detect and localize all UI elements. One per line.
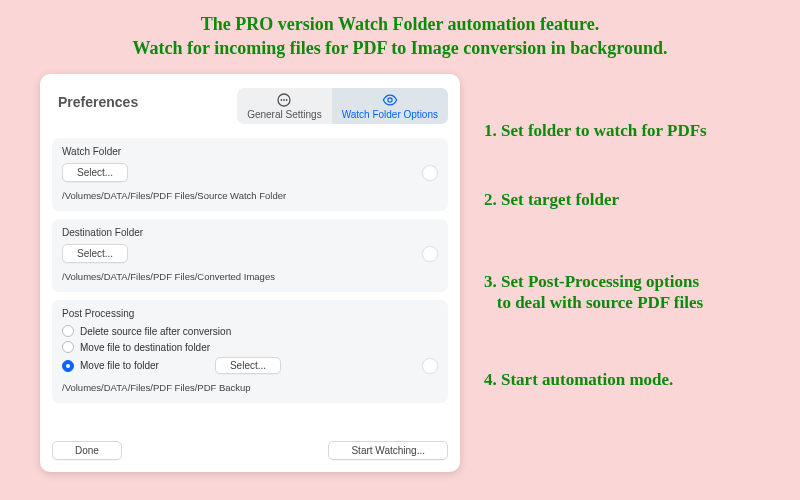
refresh-icon[interactable]: [422, 246, 438, 262]
window-header: Preferences General Settings Watch Folde…: [52, 84, 448, 130]
svg-point-1: [281, 99, 283, 101]
watch-folder-label: Watch Folder: [62, 146, 438, 157]
tab-watch-folder-options[interactable]: Watch Folder Options: [332, 88, 448, 124]
marketing-headline: The PRO version Watch Folder automation …: [0, 0, 800, 61]
headline-line2: Watch for incoming files for PDF to Imag…: [0, 36, 800, 60]
svg-point-4: [388, 98, 392, 102]
radio-icon: [62, 341, 74, 353]
watch-folder-select-button[interactable]: Select...: [62, 163, 128, 182]
destination-folder-label: Destination Folder: [62, 227, 438, 238]
radio-icon: [62, 360, 74, 372]
ellipsis-circle-icon: [276, 92, 292, 108]
radio-move-folder-label: Move file to folder: [80, 360, 159, 371]
radio-delete-label: Delete source file after conversion: [80, 326, 231, 337]
radio-delete-source[interactable]: Delete source file after conversion: [62, 325, 438, 337]
tab-general-settings[interactable]: General Settings: [237, 88, 332, 124]
radio-move-to-destination[interactable]: Move file to destination folder: [62, 341, 438, 353]
refresh-icon[interactable]: [422, 358, 438, 374]
start-watching-button[interactable]: Start Watching...: [328, 441, 448, 460]
tabbar: General Settings Watch Folder Options: [237, 88, 448, 124]
tab-watchfolder-label: Watch Folder Options: [342, 109, 438, 120]
destination-folder-panel: Destination Folder Select... /Volumes/DA…: [52, 219, 448, 292]
post-processing-select-button[interactable]: Select...: [215, 357, 281, 374]
annotation-2: 2. Set target folder: [484, 189, 764, 210]
destination-folder-path: /Volumes/DATA/Files/PDF Files/Converted …: [62, 271, 438, 282]
svg-point-3: [286, 99, 288, 101]
annotation-4: 4. Start automation mode.: [484, 369, 764, 390]
refresh-icon[interactable]: [422, 165, 438, 181]
annotation-3-line2: to deal with source PDF files: [484, 292, 764, 313]
destination-folder-select-button[interactable]: Select...: [62, 244, 128, 263]
tab-general-label: General Settings: [247, 109, 322, 120]
annotation-1: 1. Set folder to watch for PDFs: [484, 120, 764, 141]
watch-folder-panel: Watch Folder Select... /Volumes/DATA/Fil…: [52, 138, 448, 211]
annotation-3: 3. Set Post-Processing options to deal w…: [484, 271, 764, 314]
post-processing-panel: Post Processing Delete source file after…: [52, 300, 448, 403]
preferences-window: Preferences General Settings Watch Folde…: [40, 74, 460, 472]
watch-folder-path: /Volumes/DATA/Files/PDF Files/Source Wat…: [62, 190, 438, 201]
headline-line1: The PRO version Watch Folder automation …: [0, 12, 800, 36]
window-title: Preferences: [58, 94, 138, 110]
svg-point-2: [284, 99, 286, 101]
eye-icon: [382, 92, 398, 108]
annotation-list: 1. Set folder to watch for PDFs 2. Set t…: [484, 120, 764, 390]
radio-icon: [62, 325, 74, 337]
radio-move-to-folder[interactable]: Move file to folder Select...: [62, 357, 438, 374]
annotation-3-line1: 3. Set Post-Processing options: [484, 271, 764, 292]
done-button[interactable]: Done: [52, 441, 122, 460]
post-processing-path: /Volumes/DATA/Files/PDF Files/PDF Backup: [62, 382, 438, 393]
radio-move-dest-label: Move file to destination folder: [80, 342, 210, 353]
window-footer: Done Start Watching...: [52, 441, 448, 460]
post-processing-label: Post Processing: [62, 308, 438, 319]
